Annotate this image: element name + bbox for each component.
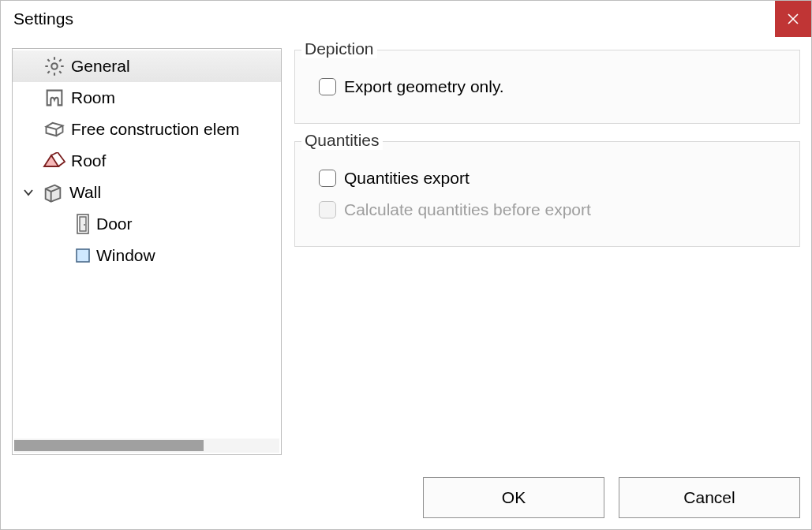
tree-item-general[interactable]: General <box>13 50 281 82</box>
door-icon <box>74 213 92 235</box>
wall-icon <box>41 181 65 204</box>
tree-item-door[interactable]: Door <box>13 208 281 240</box>
tree-label: General <box>71 57 130 76</box>
checkbox-label: Export geometry only. <box>344 77 504 96</box>
ok-button[interactable]: OK <box>423 477 604 518</box>
group-title: Quantities <box>301 131 383 150</box>
settings-dialog: Settings General Room <box>0 0 812 530</box>
room-icon <box>43 86 66 110</box>
titlebar: Settings <box>1 1 811 37</box>
window-title: Settings <box>13 9 73 28</box>
tree-item-room[interactable]: Room <box>13 82 281 114</box>
svg-point-0 <box>51 63 57 69</box>
checkbox-row-calc-before-export: Calculate quantities before export <box>319 200 782 219</box>
tree-item-wall[interactable]: Wall <box>13 177 281 208</box>
tree-label: Window <box>96 246 155 265</box>
scrollbar-thumb[interactable] <box>14 440 204 451</box>
close-icon <box>788 13 799 24</box>
checkbox-label: Calculate quantities before export <box>344 200 591 219</box>
group-depiction: Depiction Export geometry only. <box>294 50 800 124</box>
checkbox-calc-before-export <box>319 201 336 218</box>
button-label: OK <box>502 488 526 507</box>
svg-point-3 <box>84 224 85 226</box>
checkbox-quantities-export[interactable] <box>319 170 336 187</box>
tree-label: Room <box>71 88 115 107</box>
tree-horizontal-scrollbar[interactable] <box>14 439 279 453</box>
tree-item-roof[interactable]: Roof <box>13 145 281 177</box>
checkbox-export-geometry[interactable] <box>319 78 336 95</box>
tree-label: Wall <box>69 183 101 202</box>
checkbox-row-quantities-export[interactable]: Quantities export <box>319 169 782 188</box>
gear-icon <box>43 54 66 78</box>
window-icon <box>74 247 92 264</box>
cancel-button[interactable]: Cancel <box>619 477 800 518</box>
tree-viewport: General Room Free construction elem <box>13 49 281 439</box>
category-tree: General Room Free construction elem <box>12 48 282 455</box>
tree-label: Roof <box>71 151 106 170</box>
tree-item-free-construction[interactable]: Free construction elem <box>13 114 281 145</box>
tree-label: Door <box>96 215 133 233</box>
box-3d-icon <box>43 118 66 141</box>
svg-rect-2 <box>80 217 86 231</box>
roof-icon <box>43 149 66 173</box>
group-title: Depiction <box>301 39 377 58</box>
checkbox-label: Quantities export <box>344 169 470 188</box>
button-label: Cancel <box>683 488 735 507</box>
chevron-down-icon[interactable] <box>21 185 36 200</box>
svg-rect-4 <box>77 249 89 262</box>
dialog-footer: OK Cancel <box>423 477 800 518</box>
close-button[interactable] <box>775 1 811 37</box>
checkbox-row-export-geometry[interactable]: Export geometry only. <box>319 77 782 96</box>
group-quantities: Quantities Quantities export Calculate q… <box>294 141 800 247</box>
settings-content: Depiction Export geometry only. Quantiti… <box>294 48 800 455</box>
tree-item-window[interactable]: Window <box>13 240 281 271</box>
tree-label: Free construction elem <box>71 120 240 139</box>
